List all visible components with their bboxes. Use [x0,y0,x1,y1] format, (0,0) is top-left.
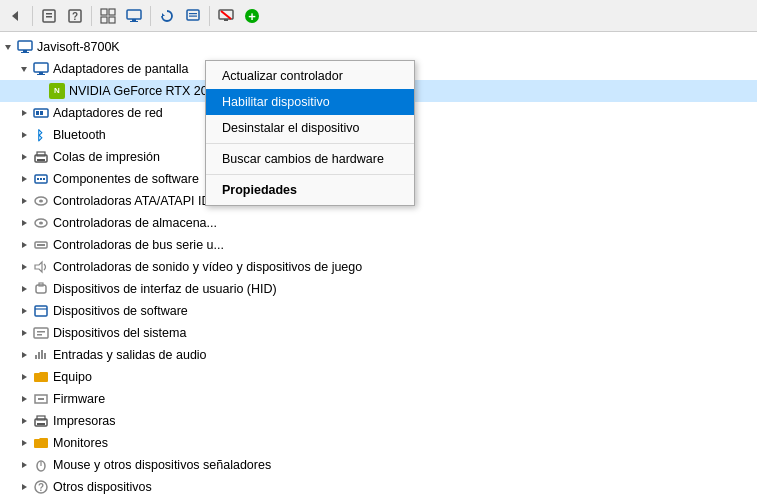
folder-monitor-icon [32,434,50,452]
tree-item-software-dev[interactable]: Dispositivos de software [0,300,757,322]
expand-icon[interactable] [16,391,32,407]
refresh-button[interactable] [155,4,179,28]
context-menu-item-enable[interactable]: Habilitar dispositivo [206,89,414,115]
tree-item-system-dev[interactable]: Dispositivos del sistema [0,322,757,344]
context-menu-item-uninstall[interactable]: Desinstalar el dispositivo [206,115,414,141]
svg-marker-75 [22,418,27,424]
svg-rect-29 [37,74,45,75]
expand-icon[interactable] [16,215,32,231]
tree-item-javisoft[interactable]: Javisoft-8700K [0,36,757,58]
svg-rect-3 [46,16,52,18]
tree-item-other-dev[interactable]: ?Otros dispositivos [0,476,757,498]
svg-marker-34 [22,132,27,138]
expand-icon[interactable] [16,325,32,341]
expand-icon[interactable] [32,83,48,99]
tree-item-storage[interactable]: Controladoras de almacena... [0,212,757,234]
tree-label: Entradas y salidas de audio [53,348,207,362]
tree-label: NVIDIA GeForce RTX 2060 [69,84,222,98]
expand-icon[interactable] [16,347,32,363]
tree-label: Impresoras [53,414,116,428]
help-button[interactable]: ? [63,4,87,28]
toolbar-separator-2 [91,6,92,26]
svg-text:ᛒ: ᛒ [36,128,44,143]
system-icon [32,324,50,342]
context-menu-item-update[interactable]: Actualizar controlador [206,63,414,89]
disk-icon [32,192,50,210]
expand-icon[interactable] [0,39,16,55]
expand-icon[interactable] [16,171,32,187]
toolbar-separator-4 [209,6,210,26]
svg-rect-64 [37,331,45,333]
tree-label: Controladoras de almacena... [53,216,217,230]
tree-label: Colas de impresión [53,150,160,164]
monitor-icon [32,60,50,78]
expand-icon[interactable] [16,149,32,165]
grid-button[interactable] [96,4,120,28]
tree-label: Otros dispositivos [53,480,152,494]
svg-rect-33 [40,111,43,115]
svg-text:+: + [248,8,256,23]
svg-rect-53 [37,244,45,246]
svg-rect-78 [37,423,45,425]
tree-label: Adaptadores de pantalla [53,62,189,76]
tree-item-printers2[interactable]: Impresoras [0,410,757,432]
tree-item-bus[interactable]: Controladoras de bus serie u... [0,234,757,256]
context-menu-item-properties[interactable]: Propiedades [206,177,414,203]
svg-rect-6 [101,9,107,15]
expand-icon[interactable] [16,369,32,385]
context-menu: Actualizar controladorHabilitar disposit… [205,60,415,206]
svg-rect-9 [109,17,115,23]
audio-icon [32,346,50,364]
monitor-button[interactable] [122,4,146,28]
tree-label: Equipo [53,370,92,384]
svg-marker-72 [22,396,27,402]
svg-point-47 [39,200,43,203]
device-manager-properties[interactable] [181,4,205,28]
svg-marker-66 [22,352,27,358]
tree-item-audio-io[interactable]: Entradas y salidas de audio [0,344,757,366]
tree-item-mouse[interactable]: Mouse y otros dispositivos señaladores [0,454,757,476]
svg-rect-60 [35,306,47,316]
toolbar: ? [0,0,757,32]
expand-icon[interactable] [16,193,32,209]
expand-icon[interactable] [16,435,32,451]
expand-icon[interactable] [16,61,32,77]
tree-item-firmware[interactable]: Firmware [0,388,757,410]
expand-icon[interactable] [16,303,32,319]
svg-rect-18 [224,19,228,21]
remove-button[interactable] [214,4,238,28]
svg-rect-12 [130,21,138,22]
tree-item-processors[interactable]: Procesadores [0,498,757,502]
svg-marker-51 [22,242,27,248]
expand-icon[interactable] [16,457,32,473]
tree-item-sound[interactable]: Controladoras de sonido y vídeo y dispos… [0,256,757,278]
tree-label: Controladoras ATA/ATAPI IDE [53,194,219,208]
tree-item-equipo[interactable]: Equipo [0,366,757,388]
svg-rect-15 [189,13,197,14]
expand-icon[interactable] [16,479,32,495]
svg-marker-36 [22,154,27,160]
svg-rect-10 [127,10,141,19]
expand-icon[interactable] [16,237,32,253]
expand-icon[interactable] [16,281,32,297]
expand-icon[interactable] [16,127,32,143]
svg-marker-79 [22,440,27,446]
svg-rect-44 [43,178,45,180]
firmware-icon [32,390,50,408]
expand-icon[interactable] [16,259,32,275]
svg-rect-25 [21,52,29,53]
svg-rect-63 [34,328,48,338]
svg-text:?: ? [72,11,78,22]
svg-marker-13 [162,13,165,16]
add-button[interactable]: + [240,4,264,28]
expand-icon[interactable] [16,105,32,121]
svg-marker-0 [12,11,18,21]
expand-icon[interactable] [16,413,32,429]
properties-button[interactable] [37,4,61,28]
tree-item-hid[interactable]: Dispositivos de interfaz de usuario (HID… [0,278,757,300]
tree-item-monitors[interactable]: Monitores [0,432,757,454]
back-button[interactable] [4,4,28,28]
svg-marker-55 [35,262,42,272]
context-menu-item-scan[interactable]: Buscar cambios de hardware [206,146,414,172]
toolbar-separator-3 [150,6,151,26]
